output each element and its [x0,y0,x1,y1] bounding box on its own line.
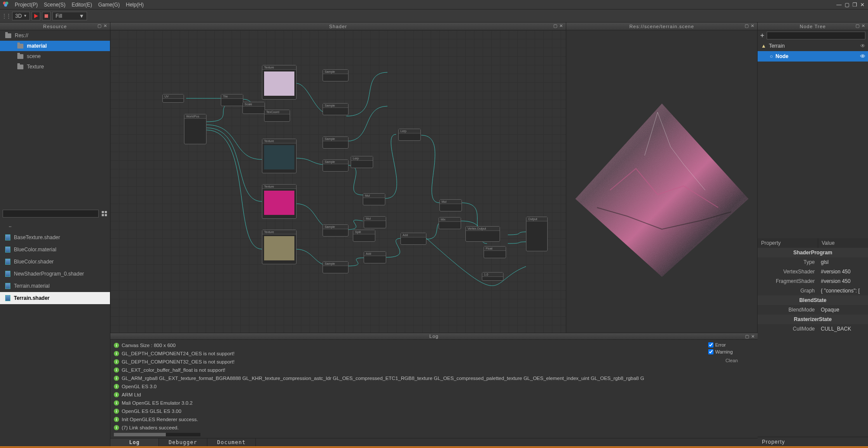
graph-node-texture[interactable]: Texture [262,139,297,173]
panel-close-icon[interactable]: ✕ [558,23,564,28]
file-item[interactable]: NewShaderProgram_0.shader [0,268,110,280]
menu-game[interactable]: Game(G) [98,2,120,8]
panel-close-icon[interactable]: ✕ [750,334,756,339]
graph-node[interactable]: Add [364,251,386,263]
undock-icon[interactable]: ▢ [744,23,750,28]
graph-node[interactable]: WorldPos [184,114,207,144]
menu-editor[interactable]: Editor(E) [71,2,92,8]
grid-view-icon[interactable] [101,211,107,217]
undock-icon[interactable]: ▢ [97,23,103,28]
file-item[interactable]: Terrain.material [0,280,110,292]
graph-node[interactable]: Sample [323,136,348,149]
undock-icon[interactable]: ▢ [855,23,861,28]
prop-row[interactable]: Graph{ "connections": [ [758,286,868,295]
visibility-icon[interactable]: 👁 [860,53,865,59]
graph-node[interactable]: Vertex.Output [465,226,500,242]
panel-close-icon[interactable]: ✕ [750,23,755,28]
material-file-icon [5,247,10,253]
prop-group[interactable]: RasterizerState [758,315,868,324]
undock-icon[interactable]: ▢ [552,23,558,28]
graph-node[interactable]: Sample [323,69,348,81]
graph-node[interactable]: Sample [323,103,348,115]
graph-node[interactable]: TexCoord [264,110,290,122]
file-item[interactable]: BlueColor.material [0,243,110,256]
file-item[interactable]: Terrain.shader [0,292,110,304]
terrain-mesh [571,78,753,286]
node-tree[interactable]: + ▲ Terrain 👁 ○ Node 👁 [758,30,868,238]
panel-close-icon[interactable]: ✕ [861,23,866,28]
minimize-icon[interactable]: — [836,2,842,8]
fill-dropdown[interactable]: Fill ▼ [52,12,87,20]
grip-icon[interactable]: ⋮⋮ [2,13,10,19]
scene-viewport[interactable] [566,30,757,333]
panel-close-icon[interactable]: ✕ [103,23,108,28]
tree-item-texture[interactable]: Texture [0,62,110,72]
prop-group[interactable]: BlendState [758,295,868,305]
graph-node[interactable]: Sample [323,261,348,273]
resource-search-input[interactable] [3,210,99,218]
graph-node-texture[interactable]: Texture [262,230,297,264]
add-node-icon[interactable]: + [760,32,764,39]
menu-project[interactable]: Project(P) [15,2,38,8]
tree-item-scene[interactable]: scene [0,51,110,62]
prop-row[interactable]: FragmentShader#version 450 [758,276,868,286]
file-item[interactable]: BlueColor.shader [0,256,110,268]
info-icon: i [114,409,119,414]
property-panel: Property Value ShaderProgram Typeglsl Ve… [758,238,868,446]
graph-node[interactable]: 1.0 [482,272,503,281]
tree-item-material[interactable]: material [0,41,110,51]
graph-node[interactable]: Tile [221,94,243,106]
tab-document[interactable]: Document [207,438,256,446]
node-search-input[interactable] [767,32,865,39]
prop-row[interactable]: CullModeCULL_BACK [758,324,868,334]
tree-node-node[interactable]: ○ Node 👁 [758,51,868,62]
tree-node-terrain[interactable]: ▲ Terrain 👁 [758,41,868,51]
graph-node[interactable]: Add [400,233,426,245]
error-filter-checkbox[interactable]: Error [708,342,755,347]
graph-node[interactable]: Mul [364,216,386,228]
undock-icon[interactable]: ▢ [744,334,750,339]
clean-button[interactable]: Clean [708,358,755,363]
graph-node[interactable]: Scale [242,102,265,114]
stop-button[interactable] [42,12,51,20]
log-output[interactable]: iCanvas Size : 800 x 600 iGL_DEPTH_COMPO… [110,340,706,438]
resource-tree[interactable]: Res:// material scene Texture [0,30,110,208]
close-icon[interactable]: ✕ [859,2,865,8]
graph-node[interactable]: Split [353,230,375,242]
graph-node-texture[interactable]: Texture [262,184,297,219]
tab-debugger[interactable]: Debugger [159,438,207,446]
graph-node[interactable]: Sample [323,224,348,237]
prop-row[interactable]: VertexShader#version 450 [758,267,868,276]
menu-help[interactable]: Help(H) [126,2,144,8]
view-mode-dropdown[interactable]: 3D ▼ [12,12,30,20]
warning-filter-checkbox[interactable]: Warning [708,349,755,354]
graph-node[interactable]: Sample [323,159,348,172]
prop-group[interactable]: ShaderProgram [758,248,868,257]
file-item[interactable]: BaseTexture.shader [0,231,110,243]
file-list[interactable]: .. BaseTexture.shader BlueColor.material… [0,219,110,446]
visibility-icon[interactable]: 👁 [860,43,865,49]
graph-node-texture[interactable]: Texture [262,65,297,100]
play-button[interactable] [32,12,40,20]
graph-node-output[interactable]: Output [526,217,548,251]
property-header-key: Property [758,238,818,248]
maximize-icon[interactable]: ▢ [844,2,850,8]
horizontal-scrollbar[interactable] [114,433,200,436]
graph-node[interactable]: Mix [439,217,461,229]
prop-row[interactable]: BlendModeOpaque [758,305,868,315]
shader-graph-canvas[interactable]: UV WorldPos Tile Scale TexCoord Texture … [110,30,566,333]
restore-icon[interactable]: ❐ [852,2,858,8]
graph-node[interactable]: Lerp [398,129,421,141]
prop-row[interactable]: Typeglsl [758,257,868,267]
graph-node[interactable]: Mul [439,199,462,211]
menu-scene[interactable]: Scene(S) [44,2,65,8]
tree-item-root[interactable]: Res:// [0,30,110,41]
property-list[interactable]: ShaderProgram Typeglsl VertexShader#vers… [758,248,868,437]
file-item-up[interactable]: .. [0,219,110,231]
graph-node[interactable]: Lerp [351,156,373,168]
graph-node[interactable]: Mul [363,193,385,205]
graph-node[interactable]: Float [484,246,506,258]
graph-node[interactable]: UV [162,94,184,103]
tab-log[interactable]: Log [110,438,159,446]
material-file-icon [5,283,10,289]
